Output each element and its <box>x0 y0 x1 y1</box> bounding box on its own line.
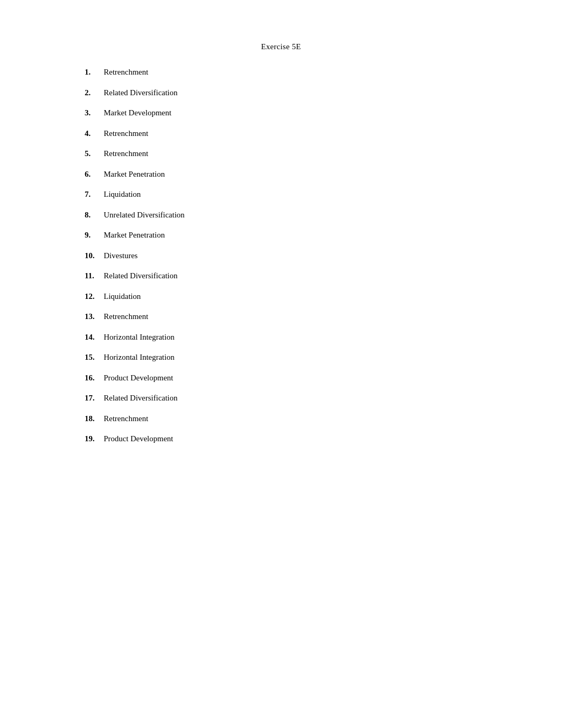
item-text: Liquidation <box>104 290 141 303</box>
item-number: 7. <box>85 188 104 201</box>
item-number: 4. <box>85 128 104 140</box>
list-item: 13.Retrenchment <box>85 311 509 323</box>
item-number: 9. <box>85 229 104 241</box>
exercise-list: 1.Retrenchment2.Related Diversification3… <box>85 66 509 445</box>
item-number: 14. <box>85 331 104 343</box>
list-item: 7.Liquidation <box>85 188 509 201</box>
item-number: 10. <box>85 250 104 262</box>
item-number: 11. <box>85 270 104 282</box>
item-text: Liquidation <box>104 188 141 201</box>
item-text: Market Penetration <box>104 229 165 241</box>
list-item: 17.Related Diversification <box>85 392 509 404</box>
item-text: Retrenchment <box>104 66 148 78</box>
page-title: Exercise 5E <box>53 42 509 51</box>
item-text: Retrenchment <box>104 413 148 425</box>
item-number: 18. <box>85 413 104 425</box>
list-item: 5.Retrenchment <box>85 148 509 160</box>
list-item: 16.Product Development <box>85 372 509 384</box>
list-item: 15.Horizontal Integration <box>85 351 509 363</box>
item-text: Horizontal Integration <box>104 331 175 343</box>
item-number: 13. <box>85 311 104 323</box>
list-item: 14.Horizontal Integration <box>85 331 509 343</box>
list-item: 18.Retrenchment <box>85 413 509 425</box>
list-item: 3.Market Development <box>85 107 509 119</box>
item-text: Divestures <box>104 250 138 262</box>
item-text: Product Development <box>104 433 173 445</box>
item-text: Unrelated Diversification <box>104 209 185 221</box>
item-text: Market Penetration <box>104 168 165 180</box>
item-number: 16. <box>85 372 104 384</box>
list-item: 12.Liquidation <box>85 290 509 303</box>
list-item: 8.Unrelated Diversification <box>85 209 509 221</box>
item-number: 5. <box>85 148 104 160</box>
item-text: Horizontal Integration <box>104 351 175 363</box>
list-item: 6.Market Penetration <box>85 168 509 180</box>
item-text: Related Diversification <box>104 392 178 404</box>
list-item: 2.Related Diversification <box>85 87 509 99</box>
item-text: Related Diversification <box>104 270 178 282</box>
list-item: 4.Retrenchment <box>85 128 509 140</box>
item-text: Retrenchment <box>104 148 148 160</box>
item-text: Product Development <box>104 372 173 384</box>
list-item: 19.Product Development <box>85 433 509 445</box>
list-item: 1.Retrenchment <box>85 66 509 78</box>
item-text: Retrenchment <box>104 311 148 323</box>
item-text: Retrenchment <box>104 128 148 140</box>
item-number: 6. <box>85 168 104 180</box>
item-number: 17. <box>85 392 104 404</box>
item-number: 2. <box>85 87 104 99</box>
item-text: Market Development <box>104 107 171 119</box>
item-number: 12. <box>85 290 104 303</box>
item-number: 3. <box>85 107 104 119</box>
item-text: Related Diversification <box>104 87 178 99</box>
item-number: 19. <box>85 433 104 445</box>
list-item: 11.Related Diversification <box>85 270 509 282</box>
item-number: 8. <box>85 209 104 221</box>
list-item: 10.Divestures <box>85 250 509 262</box>
item-number: 15. <box>85 351 104 363</box>
item-number: 1. <box>85 66 104 78</box>
list-item: 9.Market Penetration <box>85 229 509 241</box>
